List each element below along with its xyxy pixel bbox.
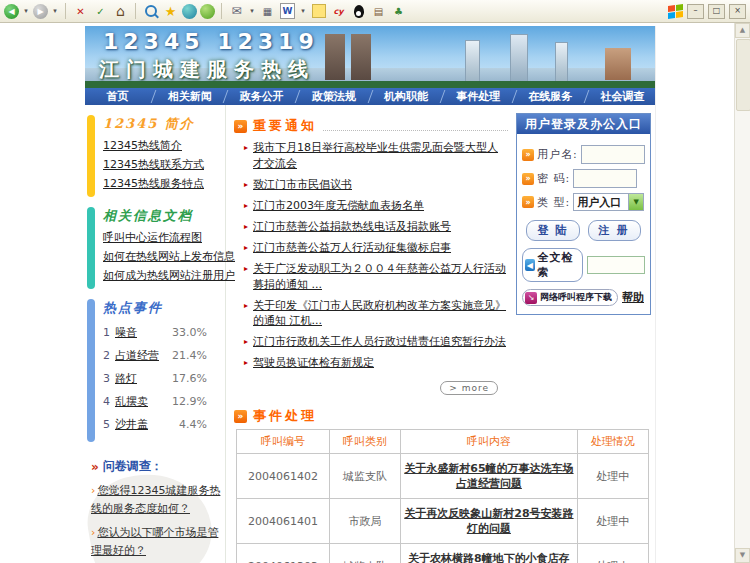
fulltext-search-button[interactable]: ◀ 全文检索 xyxy=(522,248,583,282)
mail-dropdown-icon[interactable]: ▾ xyxy=(248,3,256,20)
back-icon[interactable]: ◀ xyxy=(4,4,19,19)
login-button[interactable]: 登 陆 xyxy=(526,220,579,241)
site-title: 江门城建服务热线 xyxy=(99,56,315,83)
nav-item-gov-open[interactable]: 政务公开 xyxy=(229,88,294,105)
hot-event-link[interactable]: 沙井盖 xyxy=(115,417,148,432)
media-icon[interactable] xyxy=(182,4,197,19)
cy-plugin-icon[interactable]: cy xyxy=(330,3,347,20)
minimize-button[interactable]: – xyxy=(687,4,704,19)
nav-item-policy[interactable]: 政策法规 xyxy=(301,88,366,105)
nav-separator xyxy=(294,88,301,105)
user-type-select[interactable]: 用户入口 ▼ xyxy=(573,193,644,211)
chevron-down-icon[interactable]: ▼ xyxy=(628,194,643,210)
notice-item: ▸驾驶员换证体检有新规定 xyxy=(244,355,508,371)
survey-title: 问卷调查： xyxy=(103,458,163,475)
fulltext-search-input[interactable] xyxy=(587,256,645,274)
sidebar-link-contact[interactable]: 12345热线联系方式 xyxy=(103,157,221,172)
event-processing-section: » 事件处理 呼叫编号 呼叫类别 呼叫内容 处理情况 20040614 xyxy=(234,407,651,563)
hot-event-link[interactable]: 占道经营 xyxy=(115,348,159,363)
nav-item-news[interactable]: 相关新闻 xyxy=(157,88,222,105)
register-button[interactable]: 注 册 xyxy=(588,220,641,241)
sidebar-link-publish[interactable]: 如何在热线网站上发布信息 xyxy=(103,249,221,264)
notice-item: ▸江门市慈善公益捐款热线电话及捐款账号 xyxy=(244,219,508,235)
history-icon[interactable] xyxy=(200,4,215,19)
qq-icon[interactable] xyxy=(350,3,367,20)
search-icon[interactable] xyxy=(142,3,159,20)
sidebar-link-features[interactable]: 12345热线服务特点 xyxy=(103,176,221,191)
dotted-rule xyxy=(323,122,508,131)
edit-dropdown-icon[interactable]: ▾ xyxy=(299,3,307,20)
forward-dropdown-icon[interactable]: ▾ xyxy=(51,3,59,20)
rank: 4 xyxy=(103,395,113,408)
edit-word-icon[interactable]: W xyxy=(279,3,296,20)
sidebar-link-intro[interactable]: 12345热线简介 xyxy=(103,138,221,153)
event-link[interactable]: 关于农林横路8幢地下的小食店存在问题 xyxy=(408,552,570,563)
status: 处理中 xyxy=(577,454,648,499)
bullet-icon: ▸ xyxy=(244,300,248,312)
scroll-down-icon[interactable]: ▼ xyxy=(735,548,750,563)
nav-separator xyxy=(222,88,229,105)
help-link[interactable]: 帮助 xyxy=(622,290,644,305)
favorites-icon[interactable]: ★ xyxy=(162,3,179,20)
notice-item: ▸江门市慈善公益万人行活动征集徽标启事 xyxy=(244,240,508,256)
sidebar-section-hot-events: 热点事件 1 噪音 33.0% 2 占道经营 21.4% 3 xyxy=(85,295,225,448)
notice-link[interactable]: 关于印发《江门市人民政府机构改革方案实施意见》的通知 江机... xyxy=(253,298,508,330)
notice-link[interactable]: 致江门市市民倡议书 xyxy=(253,177,352,193)
username-input[interactable] xyxy=(581,145,645,164)
nav-item-online-service[interactable]: 在线服务 xyxy=(518,88,583,105)
notice-link[interactable]: 江门市慈善公益捐款热线电话及捐款账号 xyxy=(253,219,451,235)
notice-item: ▸致江门市市民倡议书 xyxy=(244,177,508,193)
table-header-row: 呼叫编号 呼叫类别 呼叫内容 处理情况 xyxy=(237,430,649,454)
print-icon[interactable]: ▦ xyxy=(259,3,276,20)
notice-link[interactable]: 江门市2003年度无偿献血表扬名单 xyxy=(253,198,424,214)
notice-link[interactable]: 关于广泛发动职工为２００４年慈善公益万人行活动募捐的通知 ... xyxy=(253,261,508,293)
notices-title: 重要通知 xyxy=(253,117,317,135)
banner-building xyxy=(605,48,631,80)
nav-item-events[interactable]: 事件处理 xyxy=(446,88,511,105)
hot-event-link[interactable]: 乱摆卖 xyxy=(115,394,148,409)
hot-event-link[interactable]: 路灯 xyxy=(115,371,137,386)
forward-icon[interactable]: ▶ xyxy=(33,4,48,19)
event-link[interactable]: 关于永盛新村65幢的万事达洗车场占道经营问题 xyxy=(404,462,573,490)
notebook-icon[interactable]: ▤ xyxy=(370,3,387,20)
event-link[interactable]: 关于再次反映象山新村28号安装路灯的问题 xyxy=(404,507,573,535)
mail-icon[interactable]: ✉ xyxy=(228,3,245,20)
percentage: 17.6% xyxy=(172,372,221,385)
toolbar-separator xyxy=(221,3,222,19)
password-input[interactable] xyxy=(573,169,637,188)
nav-item-survey[interactable]: 社会调查 xyxy=(590,88,655,105)
nav-item-functions[interactable]: 机构职能 xyxy=(374,88,439,105)
main-column: » 重要通知 ▸我市下月18日举行高校毕业生供需见面会暨大型人才交流会 ▸致江门… xyxy=(226,105,655,563)
notice-link[interactable]: 江门市行政机关工作人员行政过错责任追究暂行办法 xyxy=(253,334,506,350)
survey-question-link[interactable]: ›您认为以下哪个市场是管理最好的？ xyxy=(91,524,221,559)
row-arrow-icon: » xyxy=(522,149,534,161)
refresh-icon[interactable]: ✓ xyxy=(92,3,109,20)
restore-button[interactable]: □ xyxy=(708,4,725,19)
col-call-type: 呼叫类别 xyxy=(330,430,401,454)
survey-question-link[interactable]: ›您觉得12345城建服务热线的服务态度如何？ xyxy=(91,482,221,517)
notice-link[interactable]: 驾驶员换证体检有新规定 xyxy=(253,355,374,371)
sidebar-section-related: 相关信息文档 呼叫中心运作流程图 如何在热线网站上发布信息 如何成为热线网站注册… xyxy=(85,203,225,295)
login-panel-title: 用户登录及办公入口 xyxy=(517,114,650,134)
notice-link[interactable]: 我市下月18日举行高校毕业生供需见面会暨大型人才交流会 xyxy=(253,140,508,172)
notice-link[interactable]: 江门市慈善公益万人行活动征集徽标启事 xyxy=(253,240,451,256)
misc-plugin-icon[interactable]: ♣ xyxy=(390,3,407,20)
nav-item-home[interactable]: 首页 xyxy=(85,88,150,105)
vertical-scrollbar[interactable]: ▲ ▼ xyxy=(734,23,750,563)
scroll-up-icon[interactable]: ▲ xyxy=(735,23,750,38)
events-table: 呼叫编号 呼叫类别 呼叫内容 处理情况 2004061402 城监支队 关于永盛… xyxy=(236,429,649,563)
sidebar-link-register[interactable]: 如何成为热线网站注册用户 xyxy=(103,268,221,283)
sticky-note-icon[interactable] xyxy=(310,3,327,20)
home-icon[interactable]: ⌂ xyxy=(112,3,129,20)
stop-icon[interactable]: ✕ xyxy=(72,3,89,20)
download-arrow-icon: ↘ xyxy=(525,292,537,304)
scrollbar-thumb[interactable] xyxy=(736,39,750,111)
notice-item: ▸关于广泛发动职工为２００４年慈善公益万人行活动募捐的通知 ... xyxy=(244,261,508,293)
back-dropdown-icon[interactable]: ▾ xyxy=(22,3,30,20)
banner-building xyxy=(510,34,528,82)
call-program-download-button[interactable]: ↘ 网络呼叫程序下载 xyxy=(522,289,618,306)
sidebar-link-flowchart[interactable]: 呼叫中心运作流程图 xyxy=(103,230,221,245)
notices-more-button[interactable]: > more xyxy=(440,381,498,395)
close-button[interactable]: × xyxy=(729,4,746,19)
hot-event-link[interactable]: 噪音 xyxy=(115,325,137,340)
